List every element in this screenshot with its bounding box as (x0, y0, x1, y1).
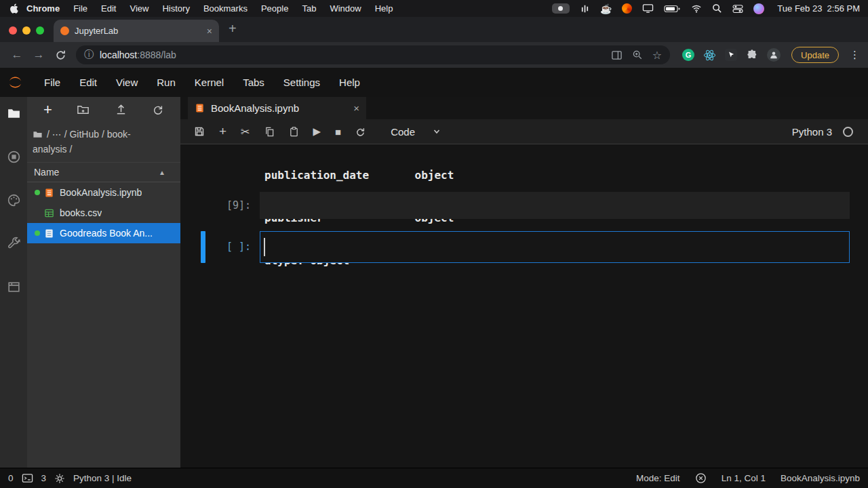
grammarly-extension-icon[interactable]: G (682, 49, 694, 61)
terminal-count[interactable]: 3 (41, 473, 47, 483)
run-cell-icon[interactable]: ▶ (313, 125, 321, 138)
browser-tab-jupyterlab[interactable]: JupyterLab × (54, 20, 219, 42)
home-folder-icon[interactable] (33, 129, 43, 140)
macos-menu-people[interactable]: People (254, 3, 295, 14)
close-window-button[interactable] (9, 26, 17, 35)
cursor-position[interactable]: Ln 1, Col 1 (722, 473, 766, 483)
running-sessions-icon[interactable] (7, 150, 21, 164)
chevron-down-icon (433, 127, 441, 136)
macos-menu-file[interactable]: File (66, 3, 94, 14)
chrome-update-button[interactable]: Update (791, 47, 839, 63)
macos-app-name[interactable]: Chrome (18, 3, 66, 14)
cell-output-dtypes: publication_date object publisher object… (264, 144, 454, 296)
macos-menu-tab[interactable]: Tab (295, 3, 323, 14)
screen: Chrome File Edit View History Bookmarks … (0, 0, 868, 488)
notebook-scroll-area[interactable]: publication_date object publisher object… (180, 144, 868, 468)
restart-kernel-icon[interactable] (355, 127, 366, 137)
cell-type-dropdown[interactable]: Code (391, 126, 441, 138)
file-row-bookanalysis[interactable]: BookAnalysis.ipynb (27, 182, 180, 203)
copy-cell-icon[interactable] (264, 127, 275, 137)
macos-menu-edit[interactable]: Edit (94, 3, 123, 14)
react-devtools-extension-icon[interactable] (703, 49, 716, 62)
cut-cell-icon[interactable]: ✂ (241, 125, 250, 138)
address-bar[interactable]: ⓘ localhost :8888/lab ☆ (76, 45, 670, 64)
macos-menu-help[interactable]: Help (368, 3, 400, 14)
jl-menu-kernel[interactable]: Kernel (185, 77, 233, 88)
upload-icon[interactable] (115, 103, 127, 116)
app-swirl-icon[interactable] (622, 3, 632, 14)
breadcrumb[interactable]: / ⋯ / GitHub / book- analysis / (27, 122, 180, 162)
wifi-icon[interactable] (691, 4, 702, 14)
zoom-window-button[interactable] (36, 26, 44, 35)
control-center-icon[interactable] (732, 4, 743, 14)
battery-icon[interactable] (664, 4, 681, 14)
kernel-status-icon[interactable] (843, 127, 853, 137)
site-info-icon[interactable]: ⓘ (84, 49, 94, 61)
palette-icon[interactable] (7, 193, 21, 207)
jl-menu-help[interactable]: Help (330, 77, 370, 88)
display-icon[interactable] (642, 3, 654, 14)
code-editor[interactable]: books['publication_date'] = pd.to_dateti… (260, 192, 850, 219)
extensions-puzzle-icon[interactable] (746, 49, 758, 61)
menubar-clock[interactable]: Tue Feb 23 2:56 PM (777, 3, 860, 14)
new-folder-icon[interactable] (77, 103, 90, 116)
jl-menu-view[interactable]: View (106, 77, 147, 88)
reload-icon[interactable] (52, 49, 69, 61)
kernel-status-text[interactable]: Python 3 | Idle (73, 473, 132, 483)
sort-arrow-icon[interactable]: ▲ (159, 169, 165, 176)
new-launcher-icon[interactable]: + (43, 102, 52, 117)
insert-cell-icon[interactable]: + (219, 124, 226, 139)
notifications-icon[interactable] (695, 472, 707, 484)
code-cell-9[interactable]: [9]: books['publication_date'] = pd.to_d… (180, 192, 868, 219)
file-browser-icon[interactable] (7, 106, 21, 121)
equalizer-icon[interactable] (580, 3, 590, 14)
file-row-goodreads-selected[interactable]: Goodreads Book An... (27, 223, 180, 243)
tabs-panel-icon[interactable] (7, 280, 21, 294)
profile-avatar[interactable] (767, 48, 781, 62)
file-list-header[interactable]: Name ▲ (27, 162, 180, 182)
breadcrumb-line2[interactable]: analysis / (33, 142, 175, 157)
cursor-extension-icon[interactable] (725, 49, 737, 61)
refresh-icon[interactable] (152, 104, 164, 116)
kernel-count[interactable]: 0 (8, 473, 14, 483)
jl-menu-edit[interactable]: Edit (70, 77, 106, 88)
tools-wrench-icon[interactable] (7, 237, 21, 251)
jl-menu-settings[interactable]: Settings (274, 77, 330, 88)
screen-recording-icon[interactable] (552, 3, 570, 14)
gear-icon[interactable] (54, 473, 65, 484)
statusbar-filename[interactable]: BookAnalysis.ipynb (781, 473, 860, 483)
paste-cell-icon[interactable] (289, 127, 299, 137)
jl-menu-run[interactable]: Run (147, 77, 185, 88)
side-panel-icon[interactable] (611, 49, 623, 61)
breadcrumb-line1[interactable]: / ⋯ / GitHub / book- (47, 127, 131, 142)
macos-menu-bookmarks[interactable]: Bookmarks (197, 3, 254, 14)
macos-menu-view[interactable]: View (123, 3, 155, 14)
back-icon[interactable]: ← (8, 48, 26, 62)
stop-kernel-icon[interactable]: ■ (335, 126, 341, 138)
forward-icon[interactable]: → (30, 48, 47, 62)
jl-menu-tabs[interactable]: Tabs (233, 77, 274, 88)
document-tab-bookanalysis[interactable]: BookAnalysis.ipynb × (188, 97, 366, 119)
empty-code-editor[interactable] (260, 231, 850, 263)
macos-menu-history[interactable]: History (155, 3, 196, 14)
file-row-bookscsv[interactable]: books.csv (27, 203, 180, 223)
macos-menu-window[interactable]: Window (323, 3, 368, 14)
spotlight-search-icon[interactable] (712, 3, 722, 14)
siri-icon[interactable] (753, 3, 764, 14)
save-icon[interactable] (194, 126, 205, 137)
active-empty-cell[interactable]: [ ]: (180, 231, 868, 263)
mode-indicator[interactable]: Mode: Edit (636, 473, 680, 483)
bookmark-star-icon[interactable]: ☆ (652, 49, 662, 62)
zoom-icon[interactable] (632, 49, 643, 60)
new-tab-button[interactable]: + (229, 21, 237, 37)
tab-close-icon[interactable]: × (207, 26, 212, 37)
jl-menu-file[interactable]: File (35, 77, 70, 88)
minimize-window-button[interactable] (22, 26, 31, 35)
chrome-menu-kebab-icon[interactable]: ⋮ (850, 49, 860, 61)
kernel-name[interactable]: Python 3 (792, 126, 832, 138)
output-line: publication_date object (264, 168, 454, 182)
apple-logo-icon[interactable] (9, 3, 18, 14)
coffee-icon[interactable]: ☕ (600, 3, 612, 14)
document-tab-close-icon[interactable]: × (353, 102, 359, 114)
terminal-icon[interactable] (22, 472, 33, 484)
